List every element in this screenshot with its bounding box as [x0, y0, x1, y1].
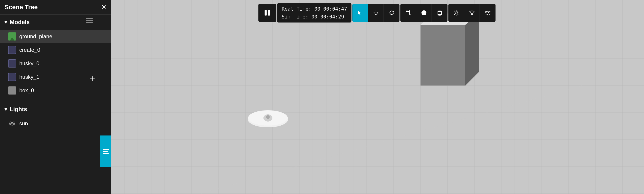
list-view-icon	[103, 149, 109, 154]
models-section-header[interactable]: ▾ Models	[0, 15, 111, 30]
transform-tool-group	[352, 4, 400, 22]
lights-section-label: Lights	[10, 106, 27, 113]
sun-label: sun	[19, 120, 28, 127]
ground-plane-label: ground_plane	[19, 33, 52, 40]
sim-time-value: 00 00:04:29	[312, 14, 344, 20]
real-time-label: Real Time:	[282, 6, 311, 12]
cylinder-tool-button[interactable]	[432, 4, 448, 22]
tree-item-husky0[interactable]: husky_0	[0, 57, 111, 70]
svg-marker-55	[466, 14, 479, 85]
box0-icon	[8, 86, 16, 94]
svg-line-85	[474, 11, 474, 11]
svg-line-74	[454, 11, 455, 12]
viewport-grid	[111, 0, 644, 194]
svg-rect-61	[268, 10, 270, 16]
select-tool-button[interactable]	[352, 4, 368, 22]
models-chevron-icon: ▾	[4, 19, 7, 25]
husky0-label: husky_0	[19, 60, 39, 67]
svg-line-83	[474, 12, 474, 12]
svg-line-76	[458, 11, 458, 12]
sidebar-title: Scene Tree	[4, 4, 38, 11]
tree-item-box0[interactable]: box_0	[0, 84, 111, 97]
sphere-tool-button[interactable]	[416, 4, 432, 22]
lights-chevron-icon: ▾	[4, 107, 7, 112]
svg-line-84	[470, 11, 470, 11]
cyan-side-tab[interactable]	[100, 136, 111, 167]
pause-button[interactable]	[258, 4, 276, 22]
svg-line-77	[454, 14, 455, 15]
real-time-value: 00 00:04:47	[314, 6, 347, 12]
svg-line-82	[469, 12, 470, 12]
cube-tool-button[interactable]	[400, 4, 416, 22]
shape-tool-group	[400, 4, 448, 22]
husky1-label: husky_1	[19, 74, 39, 80]
husky0-icon	[8, 59, 16, 67]
sim-time-label: Sim Time:	[282, 14, 308, 20]
lights-section-header[interactable]: ▾ Lights	[0, 102, 111, 117]
create0-icon	[8, 46, 16, 54]
tree-item-create0[interactable]: create_0	[0, 43, 111, 57]
svg-rect-60	[264, 10, 266, 16]
box0-label: box_0	[19, 87, 34, 94]
tree-item-ground-plane[interactable]: ground_plane	[0, 30, 111, 43]
sidebar-content: ▾ Models ground_plane create_0 husky_0 h…	[0, 15, 111, 194]
tree-item-sun[interactable]: sun	[0, 117, 111, 130]
models-section-label: Models	[10, 19, 30, 26]
sidebar: Scene Tree ✕ ▾ Models ground_plane creat…	[0, 0, 111, 194]
move-tool-button[interactable]	[368, 4, 384, 22]
husky1-icon	[8, 73, 16, 81]
svg-rect-62	[406, 12, 410, 15]
time-display: Real Time: 00 00:04:47 Sim Time: 00 00:0…	[277, 3, 352, 23]
svg-rect-53	[420, 25, 466, 85]
viewport[interactable]: Real Time: 00 00:04:47 Sim Time: 00 00:0…	[111, 0, 644, 194]
sun-icon	[8, 120, 16, 128]
directional-light-button[interactable]	[448, 4, 464, 22]
sidebar-menu-icon[interactable]	[86, 18, 93, 23]
top-toolbar: Real Time: 00 00:04:47 Sim Time: 00 00:0…	[258, 3, 496, 23]
ground-plane-icon	[8, 32, 16, 41]
svg-point-69	[455, 12, 457, 14]
create0-label: create_0	[19, 47, 40, 53]
sidebar-header: Scene Tree ✕	[0, 0, 111, 15]
point-light-button[interactable]	[464, 4, 480, 22]
close-button[interactable]: ✕	[101, 4, 106, 10]
svg-point-65	[422, 10, 426, 15]
svg-line-75	[458, 14, 458, 15]
rotate-tool-button[interactable]	[384, 4, 400, 22]
svg-point-78	[470, 11, 473, 14]
add-item-button[interactable]: +	[89, 73, 95, 84]
grid-lines-button[interactable]	[480, 4, 496, 22]
svg-point-59	[266, 115, 270, 119]
light-tool-group	[448, 4, 496, 22]
